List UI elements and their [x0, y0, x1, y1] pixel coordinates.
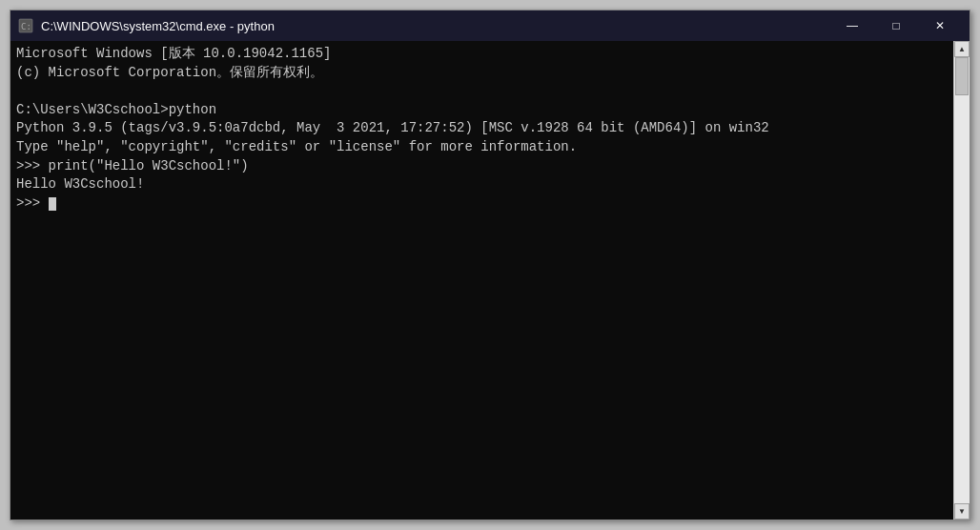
scroll-down-button[interactable]: ▼ — [954, 503, 970, 520]
cmd-window: C: C:\WINDOWS\system32\cmd.exe - python … — [10, 10, 970, 520]
scroll-up-button[interactable]: ▲ — [954, 41, 970, 57]
console-wrapper: Microsoft Windows [版本 10.0.19042.1165] (… — [10, 41, 970, 520]
cursor — [49, 197, 56, 211]
window-icon: C: — [18, 18, 33, 33]
minimize-button[interactable]: — — [830, 10, 874, 41]
svg-text:C:: C: — [21, 22, 31, 31]
close-button[interactable]: ✕ — [918, 10, 962, 41]
scrollbar-thumb[interactable] — [955, 57, 969, 95]
scrollbar-track[interactable] — [954, 57, 970, 503]
console-output: Microsoft Windows [版本 10.0.19042.1165] (… — [16, 45, 948, 213]
maximize-button[interactable]: □ — [874, 10, 918, 41]
scrollbar[interactable]: ▲ ▼ — [953, 41, 970, 520]
title-bar-text: C:\WINDOWS\system32\cmd.exe - python — [41, 19, 830, 33]
console-content[interactable]: Microsoft Windows [版本 10.0.19042.1165] (… — [10, 41, 953, 520]
title-bar: C: C:\WINDOWS\system32\cmd.exe - python … — [10, 10, 970, 41]
title-bar-controls: — □ ✕ — [830, 10, 962, 41]
